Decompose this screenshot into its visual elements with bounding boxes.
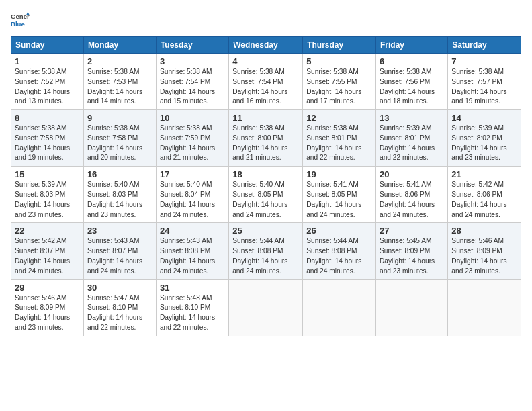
day-number: 29	[15, 283, 80, 293]
calendar-day-cell: 7 Sunrise: 5:38 AMSunset: 7:57 PMDayligh…	[448, 54, 521, 110]
day-number: 25	[232, 226, 299, 236]
calendar-day-cell: 13 Sunrise: 5:39 AMSunset: 8:01 PMDaylig…	[376, 110, 448, 167]
day-of-week-header: Tuesday	[156, 37, 228, 54]
day-number: 9	[87, 113, 152, 123]
day-number: 12	[306, 113, 372, 123]
calendar-day-cell	[303, 279, 376, 336]
day-number: 6	[380, 56, 444, 66]
day-info: Sunrise: 5:38 AMSunset: 7:54 PMDaylight:…	[232, 67, 299, 107]
day-info: Sunrise: 5:42 AMSunset: 8:07 PMDaylight:…	[15, 236, 80, 276]
calendar-day-cell: 17 Sunrise: 5:40 AMSunset: 8:04 PMDaylig…	[156, 167, 228, 223]
calendar-day-cell: 31 Sunrise: 5:48 AMSunset: 8:10 PMDaylig…	[156, 279, 228, 336]
day-info: Sunrise: 5:46 AMSunset: 8:09 PMDaylight:…	[15, 293, 80, 333]
day-number: 19	[306, 169, 372, 179]
calendar-day-cell: 11 Sunrise: 5:38 AMSunset: 8:00 PMDaylig…	[229, 110, 303, 167]
day-info: Sunrise: 5:44 AMSunset: 8:08 PMDaylight:…	[232, 236, 299, 276]
day-number: 1	[15, 56, 80, 66]
svg-text:Blue: Blue	[11, 20, 25, 28]
day-info: Sunrise: 5:39 AMSunset: 8:01 PMDaylight:…	[380, 124, 444, 163]
day-info: Sunrise: 5:40 AMSunset: 8:05 PMDaylight:…	[232, 180, 299, 220]
day-info: Sunrise: 5:43 AMSunset: 8:07 PMDaylight:…	[87, 236, 152, 276]
day-info: Sunrise: 5:43 AMSunset: 8:08 PMDaylight:…	[160, 236, 225, 276]
day-number: 16	[87, 169, 152, 179]
calendar-week-row: 1 Sunrise: 5:38 AMSunset: 7:52 PMDayligh…	[11, 54, 521, 110]
calendar-day-cell: 27 Sunrise: 5:45 AMSunset: 8:09 PMDaylig…	[376, 223, 448, 279]
calendar-day-cell: 19 Sunrise: 5:41 AMSunset: 8:05 PMDaylig…	[303, 167, 376, 223]
calendar-day-cell	[229, 279, 303, 336]
day-number: 17	[160, 169, 225, 179]
logo: General Blue	[11, 11, 32, 30]
day-number: 20	[380, 169, 444, 179]
day-number: 5	[306, 56, 372, 66]
day-number: 31	[160, 283, 225, 293]
day-info: Sunrise: 5:38 AMSunset: 7:59 PMDaylight:…	[160, 124, 225, 163]
calendar-table: SundayMondayTuesdayWednesdayThursdayFrid…	[11, 36, 521, 336]
calendar-week-row: 22 Sunrise: 5:42 AMSunset: 8:07 PMDaylig…	[11, 223, 521, 279]
calendar-day-cell: 21 Sunrise: 5:42 AMSunset: 8:06 PMDaylig…	[448, 167, 521, 223]
calendar-week-row: 8 Sunrise: 5:38 AMSunset: 7:58 PMDayligh…	[11, 110, 521, 167]
day-number: 4	[232, 56, 299, 66]
day-number: 18	[232, 169, 299, 179]
day-number: 24	[160, 226, 225, 236]
day-number: 26	[306, 226, 372, 236]
day-of-week-header: Monday	[83, 37, 156, 54]
calendar-day-cell: 5 Sunrise: 5:38 AMSunset: 7:55 PMDayligh…	[303, 54, 376, 110]
day-info: Sunrise: 5:38 AMSunset: 7:53 PMDaylight:…	[87, 67, 152, 107]
calendar-day-cell: 8 Sunrise: 5:38 AMSunset: 7:58 PMDayligh…	[11, 110, 84, 167]
day-info: Sunrise: 5:41 AMSunset: 8:06 PMDaylight:…	[380, 180, 444, 220]
calendar-day-cell: 22 Sunrise: 5:42 AMSunset: 8:07 PMDaylig…	[11, 223, 84, 279]
day-info: Sunrise: 5:38 AMSunset: 7:54 PMDaylight:…	[160, 67, 225, 107]
day-of-week-header: Friday	[376, 37, 448, 54]
day-info: Sunrise: 5:47 AMSunset: 8:10 PMDaylight:…	[87, 293, 152, 333]
day-info: Sunrise: 5:48 AMSunset: 8:10 PMDaylight:…	[160, 293, 225, 333]
calendar-day-cell: 12 Sunrise: 5:38 AMSunset: 8:01 PMDaylig…	[303, 110, 376, 167]
day-info: Sunrise: 5:45 AMSunset: 8:09 PMDaylight:…	[380, 236, 444, 276]
calendar-week-row: 29 Sunrise: 5:46 AMSunset: 8:09 PMDaylig…	[11, 279, 521, 336]
calendar-day-cell: 9 Sunrise: 5:38 AMSunset: 7:58 PMDayligh…	[83, 110, 156, 167]
calendar-day-cell: 18 Sunrise: 5:40 AMSunset: 8:05 PMDaylig…	[229, 167, 303, 223]
day-info: Sunrise: 5:42 AMSunset: 8:06 PMDaylight:…	[451, 180, 517, 220]
calendar-day-cell: 6 Sunrise: 5:38 AMSunset: 7:56 PMDayligh…	[376, 54, 448, 110]
calendar-day-cell: 14 Sunrise: 5:39 AMSunset: 8:02 PMDaylig…	[448, 110, 521, 167]
calendar-day-cell: 20 Sunrise: 5:41 AMSunset: 8:06 PMDaylig…	[376, 167, 448, 223]
day-number: 22	[15, 226, 80, 236]
day-number: 8	[15, 113, 80, 123]
calendar-day-cell: 25 Sunrise: 5:44 AMSunset: 8:08 PMDaylig…	[229, 223, 303, 279]
day-number: 10	[160, 113, 225, 123]
calendar-day-cell: 2 Sunrise: 5:38 AMSunset: 7:53 PMDayligh…	[83, 54, 156, 110]
day-info: Sunrise: 5:38 AMSunset: 8:00 PMDaylight:…	[232, 124, 299, 163]
day-number: 28	[451, 226, 517, 236]
calendar-day-cell	[448, 279, 521, 336]
day-number: 14	[451, 113, 517, 123]
day-number: 7	[451, 56, 517, 66]
day-of-week-header: Thursday	[303, 37, 376, 54]
day-info: Sunrise: 5:38 AMSunset: 7:52 PMDaylight:…	[15, 67, 80, 107]
day-number: 2	[87, 56, 152, 66]
day-number: 30	[87, 283, 152, 293]
day-number: 3	[160, 56, 225, 66]
day-number: 11	[232, 113, 299, 123]
day-info: Sunrise: 5:41 AMSunset: 8:05 PMDaylight:…	[306, 180, 372, 220]
day-info: Sunrise: 5:44 AMSunset: 8:08 PMDaylight:…	[306, 236, 372, 276]
calendar-day-cell	[376, 279, 448, 336]
calendar-day-cell: 29 Sunrise: 5:46 AMSunset: 8:09 PMDaylig…	[11, 279, 84, 336]
day-info: Sunrise: 5:38 AMSunset: 7:55 PMDaylight:…	[306, 67, 372, 107]
day-info: Sunrise: 5:40 AMSunset: 8:03 PMDaylight:…	[87, 180, 152, 220]
calendar-day-cell: 24 Sunrise: 5:43 AMSunset: 8:08 PMDaylig…	[156, 223, 228, 279]
day-number: 27	[380, 226, 444, 236]
general-blue-logo-icon: General Blue	[11, 11, 30, 30]
calendar-day-cell: 30 Sunrise: 5:47 AMSunset: 8:10 PMDaylig…	[83, 279, 156, 336]
day-info: Sunrise: 5:40 AMSunset: 8:04 PMDaylight:…	[160, 180, 225, 220]
day-info: Sunrise: 5:38 AMSunset: 7:57 PMDaylight:…	[451, 67, 517, 107]
day-number: 13	[380, 113, 444, 123]
svg-text:General: General	[11, 13, 30, 20]
day-number: 21	[451, 169, 517, 179]
calendar-day-cell: 16 Sunrise: 5:40 AMSunset: 8:03 PMDaylig…	[83, 167, 156, 223]
day-info: Sunrise: 5:38 AMSunset: 8:01 PMDaylight:…	[306, 124, 372, 163]
calendar-day-cell: 1 Sunrise: 5:38 AMSunset: 7:52 PMDayligh…	[11, 54, 84, 110]
day-info: Sunrise: 5:46 AMSunset: 8:09 PMDaylight:…	[451, 236, 517, 276]
day-info: Sunrise: 5:38 AMSunset: 7:56 PMDaylight:…	[380, 67, 444, 107]
calendar-day-cell: 10 Sunrise: 5:38 AMSunset: 7:59 PMDaylig…	[156, 110, 228, 167]
day-number: 23	[87, 226, 152, 236]
calendar-body: 1 Sunrise: 5:38 AMSunset: 7:52 PMDayligh…	[11, 54, 521, 336]
